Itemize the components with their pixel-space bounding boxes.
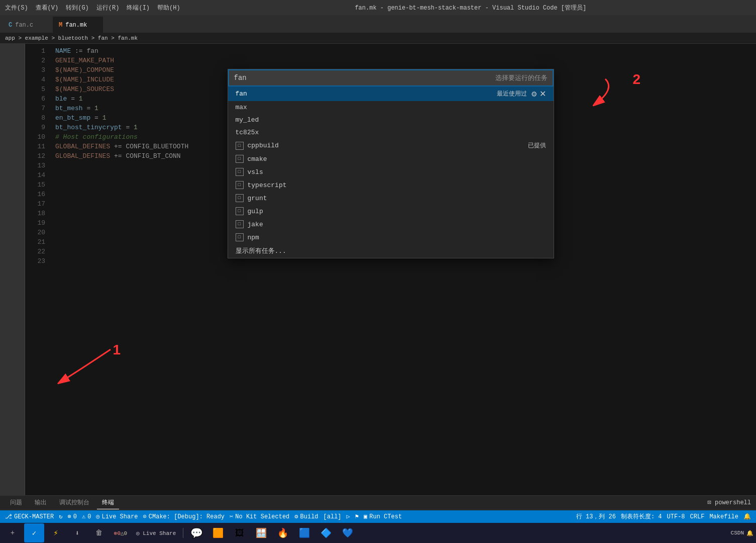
selected-item-badge: 最近使用过 <box>497 89 527 98</box>
command-placeholder: 选择要运行的任务 <box>495 73 548 82</box>
status-liveshare[interactable]: ◎ Live Share <box>96 513 138 520</box>
status-indent[interactable]: 制表符长度: 4 <box>621 512 662 521</box>
menu-help[interactable]: 帮助(H) <box>157 4 180 12</box>
cmake-label: CMake: [Debug]: Ready <box>149 513 225 520</box>
list-item[interactable]: max <box>228 101 554 114</box>
status-branch[interactable]: ⎇ GECK-MASTER <box>5 513 54 520</box>
build-label: Build <box>300 513 318 520</box>
status-warnings[interactable]: ⚠ 0 <box>82 513 91 520</box>
status-notifications[interactable]: 🔔 <box>743 513 751 520</box>
status-eol[interactable]: CRLF <box>690 513 705 520</box>
command-search-input[interactable] <box>234 74 493 82</box>
branch-icon: ⎇ <box>5 513 12 520</box>
window-title: fan.mk - genie-bt-mesh-stack-master - Vi… <box>190 4 751 12</box>
status-no-kit[interactable]: ✂ No Kit Selected <box>230 513 289 520</box>
close-palette-button[interactable]: ✕ <box>539 89 546 99</box>
status-cmake[interactable]: ⊙ CMake: [Debug]: Ready <box>143 513 225 520</box>
ctest-label: Run CTest <box>369 513 402 520</box>
ctest-icon: ▣ <box>364 513 367 520</box>
status-run-ctest[interactable]: ▣ Run CTest <box>364 513 402 520</box>
position-text: 行 13，列 26 <box>576 512 616 521</box>
sync-icon: ↻ <box>59 513 62 520</box>
warning-count: 0 <box>87 513 91 520</box>
tab-fan-c[interactable]: C fan.c <box>3 17 53 33</box>
taskbar-bolt[interactable]: ⚡ <box>46 523 66 542</box>
status-build[interactable]: ⚙ Build <box>294 513 318 520</box>
taskbar-vscode[interactable]: 💙 <box>338 523 358 542</box>
menu-view[interactable]: 查看(V) <box>36 4 59 12</box>
menu-goto[interactable]: 转到(G) <box>66 4 89 12</box>
tab-label-fan-c: fan.c <box>15 22 33 29</box>
branch-name: GECK-MASTER <box>14 513 54 520</box>
main-area: 12345 678910 1112131415 1617181920 21222… <box>0 44 756 495</box>
taskbar-download[interactable]: ⬇ <box>67 523 87 542</box>
status-left: ⎇ GECK-MASTER ↻ ⊗ 0 ⚠ 0 ◎ Live Share ⊙ C… <box>5 513 402 520</box>
taskbar-app4[interactable]: 🔥 <box>273 523 293 542</box>
all-label: [all] <box>323 513 342 520</box>
list-item[interactable]: □ npm <box>228 231 554 244</box>
nokit-icon: ✂ <box>230 513 233 520</box>
encoding-text: UTF-8 <box>667 513 685 520</box>
tab-fan-mk[interactable]: M fan.mk <box>53 17 103 33</box>
list-item-show-all[interactable]: 显示所有任务... <box>228 244 554 258</box>
status-play-run[interactable]: ▷ <box>347 513 350 520</box>
status-debug[interactable]: ⚑ <box>355 513 359 520</box>
list-item[interactable]: □ grunt <box>228 192 554 205</box>
bell-icon: 🔔 <box>743 513 751 520</box>
command-palette-overlay[interactable]: 选择要运行的任务 fan 最近使用过 ⚙ ✕ max <box>25 44 756 495</box>
menu-bar[interactable]: 文件(S) 查看(V) 转到(G) 运行(R) 终端(I) 帮助(H) <box>5 4 180 12</box>
status-position[interactable]: 行 13，列 26 <box>576 512 616 521</box>
status-errors[interactable]: ⊗ 0 <box>67 513 76 520</box>
tab-icon-m: M <box>59 22 62 29</box>
tab-label-fan-mk: fan.mk <box>65 22 87 29</box>
taskbar-wechat[interactable]: 💬 <box>186 523 206 542</box>
tab-icon-c: C <box>9 22 12 29</box>
indent-text: 制表符长度: 4 <box>621 512 662 521</box>
nokit-label: No Kit Selected <box>235 513 289 520</box>
error-count: 0 <box>73 513 77 520</box>
list-item[interactable]: □ jake <box>228 218 554 231</box>
tab-output[interactable]: 输出 <box>30 496 52 509</box>
taskbar-app6[interactable]: 🔷 <box>316 523 336 542</box>
list-item[interactable]: □ typescript <box>228 178 554 192</box>
taskbar-check[interactable]: ✓ <box>24 523 44 542</box>
tab-debug-console[interactable]: 调试控制台 <box>54 496 94 509</box>
status-language[interactable]: Makefile <box>709 513 738 520</box>
status-sync[interactable]: ↻ <box>59 513 62 520</box>
taskbar-app5[interactable]: 🟦 <box>294 523 314 542</box>
breadcrumb: app > example > bluetooth > fan > fan.mk <box>0 33 756 44</box>
list-item[interactable]: □ vsls <box>228 165 554 178</box>
dropdown-list[interactable]: max my_led tc825x □ cppbuild 已提供 <box>228 101 554 258</box>
menu-file[interactable]: 文件(S) <box>5 4 28 12</box>
taskbar: + ✓ ⚡ ⬇ 🗑 ⊗0 △0 ◎ Live Share 💬 🟧 🖼 🪟 🔥 🟦… <box>0 523 756 543</box>
command-palette[interactable]: 选择要运行的任务 fan 最近使用过 ⚙ ✕ max <box>228 69 554 258</box>
list-item[interactable]: □ gulp <box>228 205 554 218</box>
taskbar-liveshare[interactable]: ◎ Live Share <box>132 523 180 542</box>
menu-terminal[interactable]: 终端(I) <box>127 4 150 12</box>
gear-button[interactable]: ⚙ <box>531 90 537 98</box>
list-item[interactable]: □ cppbuild 已提供 <box>228 139 554 152</box>
command-input-row[interactable]: 选择要运行的任务 <box>228 69 554 86</box>
taskbar-error-count[interactable]: ⊗0 △0 <box>111 523 131 542</box>
status-bar: ⎇ GECK-MASTER ↻ ⊗ 0 ⚠ 0 ◎ Live Share ⊙ C… <box>0 510 756 523</box>
tab-problems[interactable]: 问题 <box>5 496 27 509</box>
selected-item-row[interactable]: fan 最近使用过 ⚙ ✕ <box>228 86 554 101</box>
editor[interactable]: 12345 678910 1112131415 1617181920 21222… <box>25 44 756 495</box>
list-item[interactable]: tc825x <box>228 126 554 139</box>
list-item[interactable]: my_led <box>228 114 554 126</box>
taskbar-app2[interactable]: 🖼 <box>230 523 250 542</box>
tab-terminal[interactable]: 终端 <box>97 496 119 509</box>
taskbar-app3[interactable]: 🪟 <box>251 523 271 542</box>
powershell-icon: ⊡ <box>708 499 711 506</box>
selected-item-name: fan <box>236 90 497 98</box>
status-encoding[interactable]: UTF-8 <box>667 513 685 520</box>
menu-run[interactable]: 运行(R) <box>96 4 120 12</box>
language-text: Makefile <box>709 513 738 520</box>
warning-icon: ⚠ <box>82 513 85 520</box>
list-item[interactable]: □ cmake <box>228 152 554 165</box>
taskbar-item[interactable]: + <box>3 523 23 542</box>
status-all[interactable]: [all] <box>323 513 342 520</box>
status-right: 行 13，列 26 制表符长度: 4 UTF-8 CRLF Makefile 🔔 <box>576 512 751 521</box>
taskbar-trash[interactable]: 🗑 <box>89 523 109 542</box>
taskbar-app1[interactable]: 🟧 <box>208 523 228 542</box>
